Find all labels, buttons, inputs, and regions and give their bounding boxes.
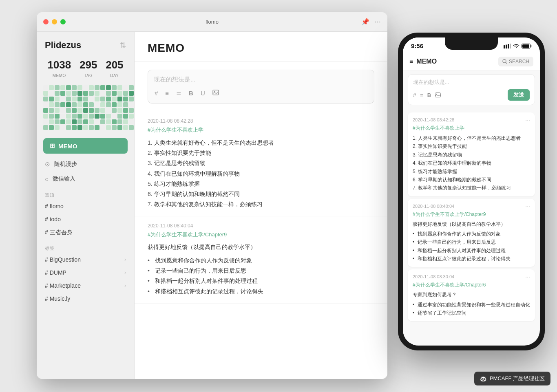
- heatmap-cell: [117, 125, 122, 130]
- mac-window: flomo 📌 ⋯ Plidezus ⇅ 1038 MEMO 295 TAG: [37, 12, 387, 379]
- pinned-self-review[interactable]: # 三省吾身: [37, 226, 134, 240]
- hash-button[interactable]: #: [154, 89, 159, 97]
- tag-marketplace[interactable]: # Marketplace ›: [37, 279, 134, 292]
- heatmap-cell: [95, 114, 99, 119]
- phone-entry-header-1: 2020-11-08 08:42:28 ···: [413, 117, 530, 123]
- more-icon[interactable]: ···: [525, 117, 530, 123]
- phone-toolbar-icons: # ≡ B: [413, 92, 441, 98]
- tag-dump[interactable]: # DUMP ›: [37, 266, 134, 279]
- heatmap-cell: [60, 125, 65, 130]
- memo-bullets-2: 找到愿意和你合作的人作为反馈的对象 记录一些自己的行为，用来日后反思 和搭档一起…: [148, 255, 374, 297]
- list-button[interactable]: ≡: [164, 89, 170, 97]
- heatmap-cell: [129, 114, 134, 119]
- phone-bold-icon[interactable]: B: [427, 92, 431, 98]
- phone-entry-bullets-2: 找到愿意和你合作的人作为反馈的对象 记录一些自己的行为，用来日后反思 和搭档一起…: [413, 230, 530, 263]
- chevron-right-icon: ›: [124, 257, 126, 262]
- stat-tag: 295 TAG: [80, 59, 97, 79]
- heatmap-cell: [95, 97, 99, 101]
- phone-entry-list-1: 1. 人类生来就有好奇心，但不是天生的杰出思想者 2. 事实性知识要先于技能 3…: [413, 134, 530, 192]
- heatmap-cell: [66, 102, 71, 107]
- tag-musicly[interactable]: # Music.ly: [37, 292, 134, 305]
- heatmap-cell: [55, 85, 60, 90]
- list-item: 和搭档相互点评彼此的记录过程，讨论得失: [148, 286, 374, 297]
- phone-entry-tag-3[interactable]: #为什么学生不喜欢上学/Chapter6: [413, 282, 530, 288]
- memo-tag-2[interactable]: #为什么学生不喜欢上学/Chapter9: [148, 231, 374, 238]
- heatmap-cell: [60, 114, 65, 119]
- list-item: 练习才能熟练掌握: [148, 179, 374, 189]
- phone-entry-intro-3: 专家到底如何思考？: [413, 291, 530, 299]
- heatmap-cell: [112, 114, 117, 119]
- heatmap-cell: [49, 102, 54, 107]
- signal-icon: [504, 44, 511, 48]
- main-title: MEMO: [148, 42, 374, 55]
- heatmap-cell: [129, 119, 134, 124]
- list-item: 人类生来就有好奇心，但不是天生的杰出思想者: [148, 138, 374, 148]
- pinned-flomo[interactable]: # flomo: [37, 200, 134, 213]
- heatmap-cell: [77, 102, 82, 107]
- heatmap-cell: [66, 125, 71, 130]
- heatmap-cell: [72, 114, 77, 119]
- ordered-list-button[interactable]: ≣: [175, 88, 182, 97]
- memo-tag-1[interactable]: #为什么学生不喜欢上学: [148, 126, 374, 134]
- memo-input-area[interactable]: 现在的想法是... # ≡ ≣ B U: [148, 70, 374, 104]
- phone-entry-tag-1[interactable]: #为什么学生不喜欢上学: [413, 125, 530, 132]
- heatmap-cell: [89, 91, 94, 96]
- phone-entry-tag-2[interactable]: #为什么学生不喜欢上学/Chapter9: [413, 211, 530, 218]
- phone-entry-bullets-3: 通过丰富的功能性背景知识和将一些思考过程自动化 还节省了工作记忆空间: [413, 301, 530, 317]
- phone-hash-icon[interactable]: #: [413, 92, 416, 98]
- heatmap-cell: [112, 85, 117, 90]
- random-walk-item[interactable]: ⊙ 随机漫步: [37, 157, 134, 172]
- svg-rect-4: [508, 44, 509, 48]
- phone-entry-header-2: 2020-11-08 08:40:04 ···: [413, 203, 530, 209]
- phone-image-icon[interactable]: [435, 92, 441, 97]
- heatmap-cell: [95, 85, 99, 90]
- phone-search-button[interactable]: SEARCH: [498, 57, 533, 66]
- phone-input-area[interactable]: 现在的想法是... # ≡ B 发送: [408, 74, 535, 105]
- wechat-input-item[interactable]: ○ 微信输入: [37, 172, 134, 186]
- phone-list-icon[interactable]: ≡: [420, 92, 423, 98]
- minimize-button[interactable]: [52, 19, 57, 24]
- list-item: 还节省了工作记忆空间: [413, 309, 530, 317]
- tag-bigquestion[interactable]: # BigQuestion ›: [37, 253, 134, 266]
- heatmap-cell: [117, 97, 122, 101]
- heatmap-cell: [60, 102, 65, 107]
- underline-button[interactable]: U: [200, 89, 206, 97]
- heatmap-cell: [100, 125, 105, 130]
- heatmap-cell: [72, 97, 77, 101]
- menu-icon[interactable]: ⋯: [374, 18, 381, 26]
- heatmap-cell: [49, 85, 54, 90]
- more-icon[interactable]: ···: [525, 203, 530, 209]
- pin-icon[interactable]: 📌: [361, 18, 369, 26]
- phone-entry-3: 2020-11-08 08:30:04 ··· #为什么学生不喜欢上学/Chap…: [408, 269, 535, 321]
- memo-intro-2: 获得更好地反馈（以提高自己的教学水平）: [148, 242, 374, 252]
- heatmap-cell: [77, 114, 82, 119]
- bold-button[interactable]: B: [188, 89, 194, 97]
- phone-entry-1: 2020-11-08 08:42:28 ··· #为什么学生不喜欢上学 1. 人…: [408, 112, 535, 196]
- phone-title-text: MEMO: [416, 58, 437, 65]
- maximize-button[interactable]: [60, 19, 66, 24]
- close-button[interactable]: [43, 19, 49, 24]
- phone-send-button[interactable]: 发送: [508, 89, 530, 101]
- more-icon[interactable]: ···: [525, 273, 530, 280]
- pinned-todo[interactable]: # todo: [37, 213, 134, 226]
- title-bar: flomo 📌 ⋯: [37, 12, 387, 32]
- hamburger-icon[interactable]: ≡: [409, 58, 413, 65]
- phone-status-icons: [504, 44, 532, 48]
- window-action-icons: 📌 ⋯: [361, 18, 381, 26]
- heatmap-cell: [66, 119, 71, 124]
- memo-label: MEMO: [53, 73, 66, 78]
- heatmap-cell: [106, 102, 111, 107]
- heatmap-cell: [60, 97, 65, 101]
- image-button[interactable]: [212, 89, 220, 97]
- search-icon: [502, 59, 507, 64]
- svg-rect-3: [506, 44, 507, 48]
- memo-nav-button[interactable]: ⊞ MEMO: [43, 138, 128, 154]
- phone-scroll[interactable]: 2020-11-08 08:42:28 ··· #为什么学生不喜欢上学 1. 人…: [403, 108, 540, 346]
- heatmap-cell: [43, 119, 48, 124]
- list-item: 记忆是思考的残留物: [148, 158, 374, 168]
- heatmap-cell: [60, 119, 65, 124]
- list-item: 和搭档一起分析别人对某件事的处理过程: [148, 276, 374, 286]
- chevron-icon[interactable]: ⇅: [120, 41, 126, 50]
- heatmap-cell: [117, 119, 122, 124]
- heatmap-cell: [112, 125, 117, 130]
